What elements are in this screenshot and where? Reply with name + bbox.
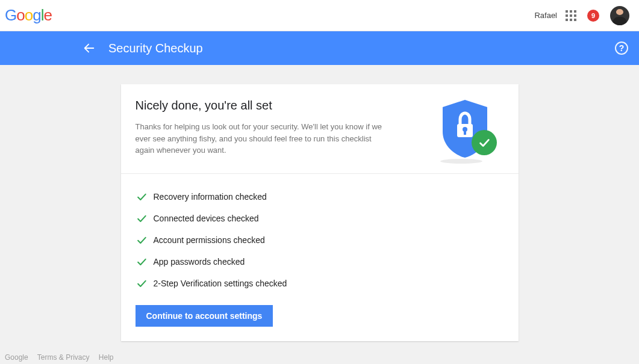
list-item-label: Connected devices checked [154,214,259,223]
footer-link-google[interactable]: Google [5,353,28,362]
logo-letter: e [43,6,51,25]
list-item: App passwords checked [136,256,504,268]
notifications-badge[interactable]: 9 [587,10,599,22]
list-item: Account permissions checked [136,234,504,246]
list-item-label: 2-Step Verification settings checked [154,279,287,288]
checkmark-icon [136,212,148,224]
list-item: Connected devices checked [136,212,504,224]
footer-links: Google Terms & Privacy Help [5,351,121,364]
list-item: Recovery information checked [136,191,504,203]
logo-letter: g [33,6,40,25]
list-item-label: Account permissions checked [154,235,265,245]
help-icon[interactable]: ? [615,42,628,55]
footer-link-terms[interactable]: Terms & Privacy [37,353,90,362]
list-item: 2-Step Verification settings checked [136,277,504,289]
page-title: Security Checkup [108,42,203,55]
logo-letter: G [5,6,16,25]
list-item-label: App passwords checked [154,257,245,267]
card-description: Thanks for helping us look out for your … [136,121,388,156]
checklist: Recovery information checked Connected d… [136,191,504,289]
security-card: Nicely done, you're all set Thanks for h… [121,84,519,341]
card-header-section: Nicely done, you're all set Thanks for h… [121,84,519,174]
back-arrow-icon[interactable] [72,42,106,55]
checkmark-icon [136,256,148,268]
success-check-badge-icon [472,130,497,155]
apps-grid-icon[interactable] [566,10,576,21]
checkmark-icon [136,234,148,246]
google-logo[interactable]: G o o g l e [5,6,52,25]
logo-letter: o [25,6,33,25]
user-name-label[interactable]: Rafael [534,11,557,20]
global-header: G o o g l e Rafael 9 [0,0,639,31]
avatar[interactable] [610,6,629,25]
content-area: Nicely done, you're all set Thanks for h… [0,65,639,341]
shield-illustration [426,99,504,159]
logo-letter: o [16,6,24,25]
list-item-label: Recovery information checked [154,192,267,202]
continue-button[interactable]: Continue to account settings [136,305,273,327]
card-title: Nicely done, you're all set [136,99,414,113]
page-toolbar: Security Checkup ? [0,31,639,65]
shadow-decoration [440,159,482,164]
svg-rect-2 [464,130,466,135]
checkmark-icon [136,191,148,203]
card-body-section: Recovery information checked Connected d… [121,174,519,341]
footer-link-help[interactable]: Help [99,353,114,362]
checkmark-icon [136,277,148,289]
